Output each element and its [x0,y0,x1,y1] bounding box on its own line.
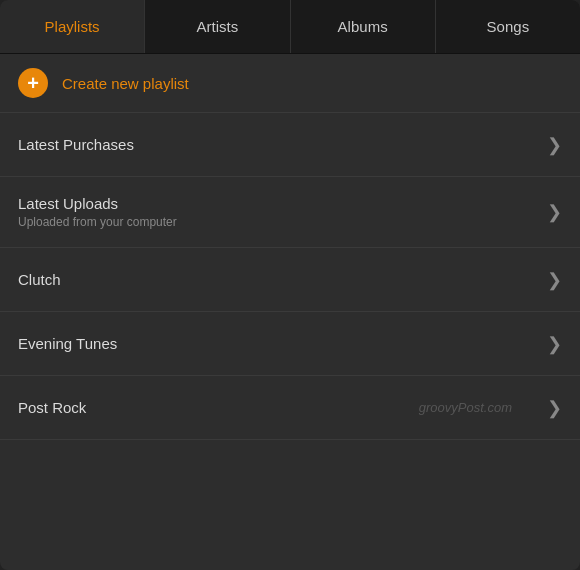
playlist-name-latest-purchases: Latest Purchases [18,136,134,153]
create-playlist-button[interactable]: + Create new playlist [0,54,580,113]
playlist-name-evening-tunes: Evening Tunes [18,335,117,352]
playlist-list: Latest Purchases ❯ Latest Uploads Upload… [0,113,580,570]
chevron-icon-clutch: ❯ [547,269,562,291]
playlist-item-latest-uploads[interactable]: Latest Uploads Uploaded from your comput… [0,177,580,248]
playlist-item-post-rock[interactable]: Post Rock groovyPost.com ❯ [0,376,580,440]
tab-bar: Playlists Artists Albums Songs [0,0,580,54]
chevron-icon-latest-purchases: ❯ [547,134,562,156]
playlist-name-post-rock: Post Rock [18,399,86,416]
create-playlist-label: Create new playlist [62,75,189,92]
tab-songs[interactable]: Songs [436,0,580,53]
tab-playlists[interactable]: Playlists [0,0,145,53]
watermark-label: groovyPost.com [419,400,512,415]
playlist-name-clutch: Clutch [18,271,61,288]
playlist-item-latest-purchases[interactable]: Latest Purchases ❯ [0,113,580,177]
chevron-icon-latest-uploads: ❯ [547,201,562,223]
app-container: Playlists Artists Albums Songs + Create … [0,0,580,570]
playlist-name-latest-uploads: Latest Uploads [18,195,177,212]
chevron-icon-evening-tunes: ❯ [547,333,562,355]
playlist-item-evening-tunes[interactable]: Evening Tunes ❯ [0,312,580,376]
tab-artists[interactable]: Artists [145,0,290,53]
chevron-icon-post-rock: ❯ [547,397,562,419]
playlist-sub-latest-uploads: Uploaded from your computer [18,215,177,229]
tab-albums[interactable]: Albums [291,0,436,53]
plus-icon: + [18,68,48,98]
playlist-item-clutch[interactable]: Clutch ❯ [0,248,580,312]
